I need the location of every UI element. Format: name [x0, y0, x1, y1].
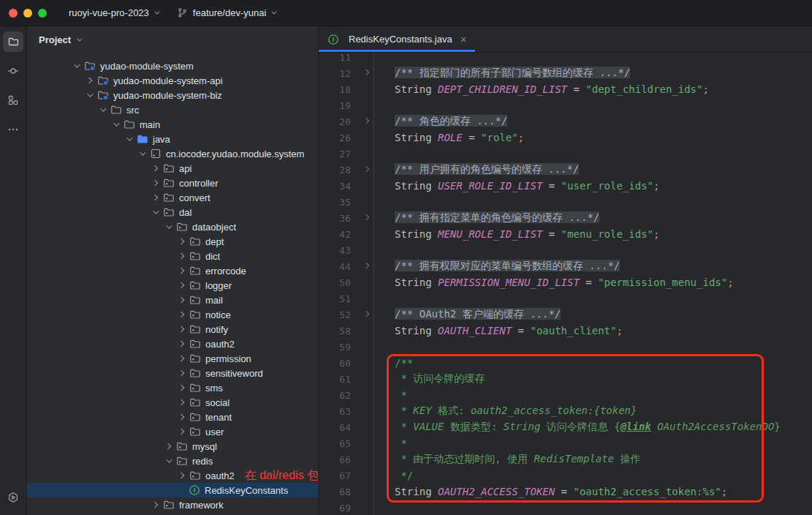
- chevron-right-icon[interactable]: [149, 192, 161, 203]
- project-switcher[interactable]: ruoyi-vue-pro-2023: [69, 7, 158, 18]
- code-text[interactable]: /** OAuth2 客户端的缓存 ...*/: [373, 308, 561, 321]
- code-text[interactable]: * 由于动态过期时间, 使用 RedisTemplate 操作: [373, 453, 641, 466]
- line-number-gutter[interactable]: 62: [319, 387, 373, 403]
- code-text[interactable]: * VALUE 数据类型: String 访问令牌信息 {@link OAuth…: [373, 421, 781, 434]
- line-number-gutter[interactable]: 12: [319, 65, 373, 81]
- line-number-gutter[interactable]: 66: [319, 451, 373, 467]
- code-text[interactable]: */: [373, 470, 413, 481]
- fold-arrow-icon[interactable]: [363, 69, 369, 75]
- chevron-right-icon[interactable]: [175, 236, 187, 247]
- tree-item-redis[interactable]: redis: [27, 454, 318, 468]
- code-text[interactable]: /** 指定部门的所有子部门编号数组的缓存 ...*/: [373, 67, 630, 80]
- tree-item-mail[interactable]: mail: [27, 293, 318, 307]
- services-icon[interactable]: [3, 487, 23, 508]
- close-window-button[interactable]: [9, 9, 18, 18]
- code-text[interactable]: String MENU_ROLE_ID_LIST = "menu_role_id…: [373, 228, 659, 240]
- branch-switcher[interactable]: feature/dev-yunai: [177, 7, 275, 18]
- tree-item-clipped[interactable]: [27, 512, 318, 515]
- chevron-right-icon[interactable]: [175, 279, 187, 291]
- chevron-right-icon[interactable]: [175, 338, 187, 350]
- line-number-gutter[interactable]: 61: [319, 371, 373, 387]
- fold-arrow-icon[interactable]: [363, 166, 369, 172]
- line-number-gutter[interactable]: 67: [319, 467, 373, 484]
- commit-icon[interactable]: [3, 61, 23, 81]
- code-text[interactable]: *: [373, 437, 407, 449]
- tree-item-sensitiveword[interactable]: sensitiveword: [27, 366, 318, 380]
- tree-item-mysql[interactable]: mysql: [27, 439, 318, 454]
- line-number-gutter[interactable]: 65: [319, 435, 373, 451]
- line-number-gutter[interactable]: 69: [319, 500, 373, 515]
- code-text[interactable]: * 访问令牌的缓存: [373, 372, 485, 386]
- close-tab-icon[interactable]: ×: [460, 34, 467, 45]
- chevron-down-icon[interactable]: [136, 148, 148, 159]
- fold-arrow-icon[interactable]: [363, 118, 369, 124]
- line-number-gutter[interactable]: 18: [319, 81, 373, 97]
- code-text[interactable]: String OAUTH2_ACCESS_TOKEN = "oauth2_acc…: [373, 486, 727, 497]
- chevron-down-icon[interactable]: [162, 221, 174, 233]
- chevron-down-icon[interactable]: [149, 206, 161, 218]
- project-folder-icon[interactable]: [3, 31, 23, 52]
- line-number-gutter[interactable]: 63: [319, 403, 373, 419]
- line-number-gutter[interactable]: 68: [319, 484, 373, 500]
- code-text[interactable]: String PERMISSION_MENU_ID_LIST = "permis…: [373, 277, 734, 288]
- tree-item-controller[interactable]: controller: [27, 176, 318, 190]
- code-text[interactable]: *: [373, 389, 407, 401]
- line-number-gutter[interactable]: 51: [319, 290, 373, 307]
- chevron-right-icon[interactable]: [83, 75, 95, 86]
- tree-item-yudao-module-system[interactable]: yudao-module-system: [27, 59, 318, 73]
- code-editor[interactable]: 1112/** 指定部门的所有子部门编号数组的缓存 ...*/18String …: [319, 53, 812, 515]
- line-number-gutter[interactable]: 43: [319, 242, 373, 258]
- line-number-gutter[interactable]: 44: [319, 258, 373, 274]
- chevron-down-icon[interactable]: [70, 60, 82, 72]
- line-number-gutter[interactable]: 35: [319, 194, 373, 210]
- chevron-down-icon[interactable]: [162, 455, 174, 467]
- chevron-right-icon[interactable]: [175, 250, 187, 262]
- tree-item-main[interactable]: main: [27, 117, 318, 132]
- tree-item-social[interactable]: social: [27, 395, 318, 410]
- chevron-right-icon[interactable]: [149, 162, 161, 174]
- chevron-down-icon[interactable]: [123, 133, 134, 145]
- chevron-right-icon[interactable]: [175, 294, 187, 306]
- tree-item-tenant[interactable]: tenant: [27, 410, 318, 424]
- chevron-right-icon[interactable]: [175, 411, 187, 423]
- chevron-down-icon[interactable]: [77, 36, 82, 41]
- tree-item-yudao-module-system-api[interactable]: yudao-module-system-api: [27, 73, 318, 88]
- tree-item-dept[interactable]: dept: [27, 234, 318, 249]
- code-text[interactable]: String OAUTH_CLIENT = "oauth_client";: [373, 325, 623, 337]
- tree-item-notice[interactable]: notice: [27, 307, 318, 322]
- tree-item-notify[interactable]: notify: [27, 322, 318, 337]
- structure-icon[interactable]: [3, 90, 23, 110]
- line-number-gutter[interactable]: 19: [319, 97, 373, 113]
- tree-item-user[interactable]: user: [27, 424, 318, 439]
- line-number-gutter[interactable]: 27: [319, 146, 373, 162]
- chevron-right-icon[interactable]: [175, 470, 187, 481]
- tree-item-RedisKeyConstants[interactable]: IRedisKeyConstants: [27, 483, 318, 497]
- line-number-gutter[interactable]: 60: [319, 355, 373, 371]
- chevron-right-icon[interactable]: [175, 367, 187, 379]
- chevron-right-icon[interactable]: [175, 382, 187, 394]
- chevron-right-icon[interactable]: [175, 309, 187, 320]
- line-number-gutter[interactable]: 36: [319, 210, 373, 226]
- code-text[interactable]: /**: [373, 357, 413, 369]
- line-number-gutter[interactable]: 26: [319, 129, 373, 146]
- code-text[interactable]: String USER_ROLE_ID_LIST = "user_role_id…: [373, 180, 659, 192]
- code-text[interactable]: * KEY 格式: oauth2_access_token:{token}: [373, 405, 637, 418]
- tree-item-dal[interactable]: dal: [27, 205, 318, 219]
- code-text[interactable]: /** 角色的缓存 ...*/: [373, 115, 507, 128]
- line-number-gutter[interactable]: 59: [319, 339, 373, 355]
- line-number-gutter[interactable]: 34: [319, 178, 373, 194]
- code-text[interactable]: String DEPT_CHILDREN_ID_LIST = "dept_chi…: [373, 83, 709, 95]
- code-text[interactable]: String ROLE = "role";: [373, 132, 524, 143]
- chevron-right-icon[interactable]: [149, 177, 161, 189]
- chevron-down-icon[interactable]: [110, 119, 121, 130]
- line-number-gutter[interactable]: 11: [319, 53, 373, 65]
- tree-item-sms[interactable]: sms: [27, 380, 318, 395]
- line-number-gutter[interactable]: 52: [319, 307, 373, 323]
- chevron-right-icon[interactable]: [175, 396, 187, 408]
- fold-arrow-icon[interactable]: [363, 263, 369, 268]
- tree-item-convert[interactable]: convert: [27, 190, 318, 205]
- tree-item-cn.iocoder.yudao.module.system[interactable]: cn.iocoder.yudao.module.system: [27, 146, 318, 161]
- tree-item-framework[interactable]: framework: [27, 497, 318, 512]
- chevron-right-icon[interactable]: [162, 440, 174, 452]
- tree-item-api[interactable]: api: [27, 161, 318, 176]
